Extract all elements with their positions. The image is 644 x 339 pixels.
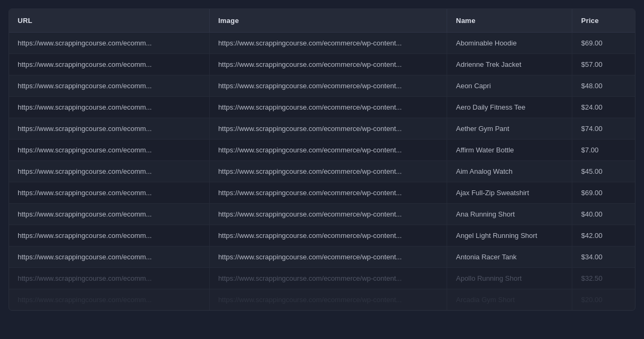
column-header-name: Name — [447, 9, 572, 33]
cell-image: https://www.scrappingcourse.com/ecommerc… — [209, 97, 447, 118]
table-row: https://www.scrappingcourse.com/ecomm...… — [9, 33, 635, 54]
cell-price: $69.00 — [572, 182, 635, 204]
cell-price: $24.00 — [572, 97, 635, 118]
table-row: https://www.scrappingcourse.com/ecomm...… — [9, 182, 635, 204]
cell-url: https://www.scrappingcourse.com/ecomm... — [9, 204, 209, 225]
cell-name: Arcadia Gym Short — [447, 289, 572, 311]
cell-price: $40.00 — [572, 204, 635, 225]
cell-url: https://www.scrappingcourse.com/ecomm... — [9, 182, 209, 204]
cell-url: https://www.scrappingcourse.com/ecomm... — [9, 268, 209, 289]
cell-price: $48.00 — [572, 75, 635, 97]
cell-image: https://www.scrappingcourse.com/ecommerc… — [209, 33, 447, 54]
cell-name: Abominable Hoodie — [447, 33, 572, 54]
cell-price: $57.00 — [572, 54, 635, 75]
data-table: URL Image Name Price https://www.scrappi… — [9, 9, 635, 311]
table-row: https://www.scrappingcourse.com/ecomm...… — [9, 54, 635, 75]
cell-url: https://www.scrappingcourse.com/ecomm... — [9, 33, 209, 54]
cell-price: $34.00 — [572, 246, 635, 268]
cell-name: Aim Analog Watch — [447, 161, 572, 182]
cell-name: Adrienne Trek Jacket — [447, 54, 572, 75]
cell-price: $45.00 — [572, 161, 635, 182]
cell-name: Aether Gym Pant — [447, 118, 572, 140]
cell-name: Aero Daily Fitness Tee — [447, 97, 572, 118]
cell-image: https://www.scrappingcourse.com/ecommerc… — [209, 140, 447, 161]
cell-url: https://www.scrappingcourse.com/ecomm... — [9, 118, 209, 140]
table-row: https://www.scrappingcourse.com/ecomm...… — [9, 161, 635, 182]
cell-image: https://www.scrappingcourse.com/ecommerc… — [209, 182, 447, 204]
table-row: https://www.scrappingcourse.com/ecomm...… — [9, 140, 635, 161]
cell-image: https://www.scrappingcourse.com/ecommerc… — [209, 54, 447, 75]
cell-name: Aeon Capri — [447, 75, 572, 97]
cell-name: Ana Running Short — [447, 204, 572, 225]
cell-image: https://www.scrappingcourse.com/ecommerc… — [209, 161, 447, 182]
cell-image: https://www.scrappingcourse.com/ecommerc… — [209, 225, 447, 246]
cell-url: https://www.scrappingcourse.com/ecomm... — [9, 225, 209, 246]
table-row: https://www.scrappingcourse.com/ecomm...… — [9, 289, 635, 311]
column-header-image: Image — [209, 9, 447, 33]
cell-name: Antonia Racer Tank — [447, 246, 572, 268]
cell-url: https://www.scrappingcourse.com/ecomm... — [9, 54, 209, 75]
table-row: https://www.scrappingcourse.com/ecomm...… — [9, 225, 635, 246]
table-row: https://www.scrappingcourse.com/ecomm...… — [9, 204, 635, 225]
cell-url: https://www.scrappingcourse.com/ecomm... — [9, 289, 209, 311]
cell-image: https://www.scrappingcourse.com/ecommerc… — [209, 289, 447, 311]
cell-name: Apollo Running Short — [447, 268, 572, 289]
cell-price: $7.00 — [572, 140, 635, 161]
cell-price: $20.00 — [572, 289, 635, 311]
cell-image: https://www.scrappingcourse.com/ecommerc… — [209, 118, 447, 140]
cell-price: $42.00 — [572, 225, 635, 246]
cell-name: Affirm Water Bottle — [447, 140, 572, 161]
cell-url: https://www.scrappingcourse.com/ecomm... — [9, 161, 209, 182]
cell-price: $69.00 — [572, 33, 635, 54]
cell-url: https://www.scrappingcourse.com/ecomm... — [9, 97, 209, 118]
cell-url: https://www.scrappingcourse.com/ecomm... — [9, 246, 209, 268]
cell-price: $74.00 — [572, 118, 635, 140]
table-row: https://www.scrappingcourse.com/ecomm...… — [9, 246, 635, 268]
cell-name: Ajax Full-Zip Sweatshirt — [447, 182, 572, 204]
column-header-url: URL — [9, 9, 209, 33]
table-row: https://www.scrappingcourse.com/ecomm...… — [9, 268, 635, 289]
cell-image: https://www.scrappingcourse.com/ecommerc… — [209, 268, 447, 289]
cell-image: https://www.scrappingcourse.com/ecommerc… — [209, 75, 447, 97]
cell-name: Angel Light Running Short — [447, 225, 572, 246]
table-row: https://www.scrappingcourse.com/ecomm...… — [9, 97, 635, 118]
cell-price: $32.50 — [572, 268, 635, 289]
cell-url: https://www.scrappingcourse.com/ecomm... — [9, 75, 209, 97]
cell-url: https://www.scrappingcourse.com/ecomm... — [9, 140, 209, 161]
cell-image: https://www.scrappingcourse.com/ecommerc… — [209, 204, 447, 225]
cell-image: https://www.scrappingcourse.com/ecommerc… — [209, 246, 447, 268]
table-row: https://www.scrappingcourse.com/ecomm...… — [9, 118, 635, 140]
column-header-price: Price — [572, 9, 635, 33]
table-header-row: URL Image Name Price — [9, 9, 635, 33]
table-row: https://www.scrappingcourse.com/ecomm...… — [9, 75, 635, 97]
